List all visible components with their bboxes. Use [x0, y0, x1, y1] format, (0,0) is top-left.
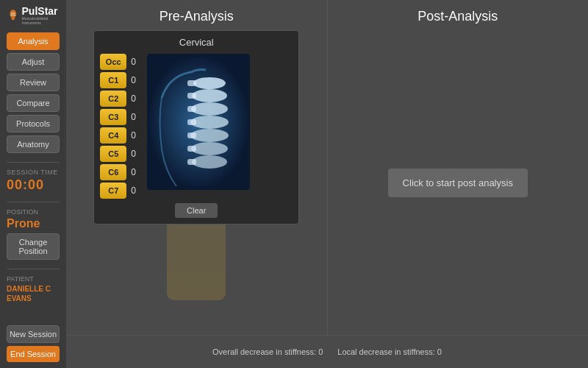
position-value: Prone	[7, 217, 60, 230]
vertebra-val-c6: 0	[131, 167, 143, 177]
vertebra-btn-c7[interactable]: C7	[100, 183, 126, 199]
vertebra-btn-c1[interactable]: C1	[100, 72, 126, 88]
vertebra-row-c4: C4 0	[100, 127, 143, 144]
local-stiffness: Local decrease in stiffness: 0	[337, 347, 442, 356]
vertebra-row-c6: C6 0	[100, 164, 143, 180]
nav-protocols[interactable]: Protocols	[7, 115, 60, 132]
analysis-panels: Pre-Analysis Cervical Occ 0 C1	[66, 0, 588, 335]
svg-rect-9	[187, 93, 196, 99]
vertebra-btn-occ[interactable]: Occ	[100, 54, 126, 70]
cervical-panel: Cervical Occ 0 C1 0 C2 0	[93, 30, 299, 224]
nav-analysis[interactable]: Analysis	[7, 32, 60, 50]
svg-rect-11	[187, 119, 196, 125]
nav-anatomy[interactable]: Anatomy	[7, 135, 60, 153]
position-label: POSITION	[7, 208, 60, 216]
svg-point-1	[193, 77, 226, 89]
logo-text: PulStar Musculoskeletal Instruments	[22, 6, 62, 25]
divider-1	[7, 162, 60, 163]
cervical-content: Occ 0 C1 0 C2 0 C3 0	[100, 54, 293, 199]
logo-name: PulStar	[22, 6, 62, 16]
svg-rect-12	[187, 132, 196, 138]
spine-illustration	[147, 54, 250, 190]
vertebra-val-c7: 0	[131, 185, 143, 196]
overall-stiffness: Overall decrease in stiffness: 0	[212, 347, 323, 356]
session-time-label: SESSION TIME	[7, 169, 60, 176]
svg-point-7	[192, 155, 227, 169]
vertebra-val-c4: 0	[131, 130, 143, 141]
svg-point-3	[191, 102, 228, 116]
vertebra-row-c7: C7 0	[100, 183, 143, 199]
vertebra-btn-c6[interactable]: C6	[100, 164, 126, 180]
vertebra-val-c5: 0	[131, 149, 143, 159]
post-analysis-panel: Post-Analysis Click to start post analys…	[328, 0, 589, 335]
nav-review[interactable]: Review	[7, 74, 60, 91]
patient-label: PATIENT	[7, 275, 60, 283]
session-time-value: 00:00	[7, 177, 60, 193]
svg-rect-10	[187, 106, 196, 112]
pre-analysis-panel: Pre-Analysis Cervical Occ 0 C1	[66, 0, 328, 335]
cervical-title: Cervical	[100, 37, 293, 48]
vertebra-row-c3: C3 0	[100, 109, 143, 125]
svg-point-2	[192, 89, 227, 102]
vertebra-btn-c5[interactable]: C5	[100, 146, 126, 162]
sidebar: PulStar Musculoskeletal Instruments Anal…	[0, 0, 66, 368]
vertebra-val-c1: 0	[131, 75, 143, 85]
clear-button[interactable]: Clear	[175, 203, 218, 218]
pre-analysis-title: Pre-Analysis	[159, 9, 234, 24]
logo-icon	[7, 7, 19, 24]
patient-name: DANIELLE C EVANS	[7, 284, 60, 303]
logo-tagline: Musculoskeletal Instruments	[22, 16, 62, 25]
vertebra-val-c2: 0	[131, 93, 143, 104]
vertebra-row-c1: C1 0	[100, 72, 143, 88]
bottom-stats: Overall decrease in stiffness: 0 Local d…	[66, 335, 588, 368]
vertebra-val-occ: 0	[131, 57, 143, 67]
svg-rect-13	[187, 146, 196, 152]
new-session-button[interactable]: New Session	[7, 325, 60, 343]
main-content: Pre-Analysis Cervical Occ 0 C1	[66, 0, 588, 368]
change-position-button[interactable]: Change Position	[7, 233, 60, 260]
vertebra-val-c3: 0	[131, 112, 143, 122]
vertebra-btn-c3[interactable]: C3	[100, 109, 126, 125]
svg-point-6	[191, 142, 228, 155]
vertebra-row-c5: C5 0	[100, 146, 143, 162]
nav-adjust[interactable]: Adjust	[7, 53, 60, 71]
svg-rect-8	[187, 80, 196, 86]
divider-3	[7, 269, 60, 269]
vertebra-list: Occ 0 C1 0 C2 0 C3 0	[100, 54, 143, 199]
bottom-buttons: New Session End Session	[4, 325, 62, 362]
spine-3d-image	[147, 54, 250, 190]
vertebra-row-c2: C2 0	[100, 91, 143, 107]
start-post-analysis-button[interactable]: Click to start post analysis	[388, 169, 528, 197]
vertebra-row-occ: Occ 0	[100, 54, 143, 70]
vertebra-btn-c2[interactable]: C2	[100, 91, 126, 107]
vertebra-btn-c4[interactable]: C4	[100, 127, 126, 144]
post-analysis-title: Post-Analysis	[417, 9, 498, 24]
nav-compare[interactable]: Compare	[7, 94, 60, 112]
divider-2	[7, 202, 60, 202]
end-session-button[interactable]: End Session	[7, 346, 60, 362]
post-analysis-content: Click to start post analysis	[388, 30, 528, 335]
logo: PulStar Musculoskeletal Instruments	[4, 6, 62, 25]
svg-rect-14	[187, 159, 196, 165]
